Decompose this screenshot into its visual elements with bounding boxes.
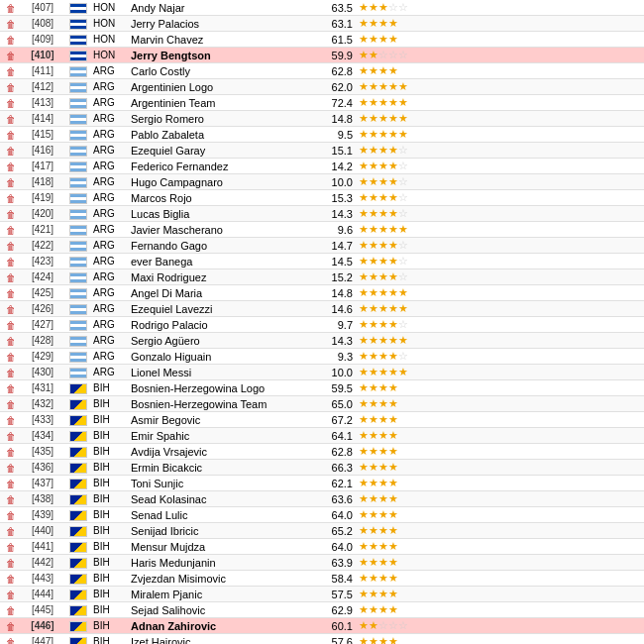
delete-button[interactable]: 🗑 (0, 636, 22, 645)
country-code: ARG (93, 303, 129, 314)
player-table: 🗑 [407] HON Andy Najar 63.5 ★★★☆☆ 🗑 [408… (0, 0, 644, 644)
delete-button[interactable]: 🗑 (0, 81, 22, 93)
delete-button[interactable]: 🗑 (0, 493, 22, 505)
delete-button[interactable]: 🗑 (0, 398, 22, 410)
delete-button[interactable]: 🗑 (0, 208, 22, 220)
flag-image (69, 288, 87, 299)
delete-button[interactable]: 🗑 (0, 224, 22, 236)
flag-image (69, 637, 87, 644)
player-name: Emir Spahic (129, 430, 317, 442)
player-name: Hugo Campagnaro (129, 176, 317, 188)
delete-button[interactable]: 🗑 (0, 462, 22, 474)
table-row: 🗑 [415] ARG Pablo Zabaleta 9.5 ★★★★★ (0, 127, 644, 143)
country-code: BIH (93, 636, 129, 644)
flag-image (69, 161, 87, 172)
delete-button[interactable]: 🗑 (0, 97, 22, 109)
delete-button[interactable]: 🗑 (0, 382, 22, 394)
delete-button[interactable]: 🗑 (0, 525, 22, 537)
delete-button[interactable]: 🗑 (0, 2, 22, 14)
delete-button[interactable]: 🗑 (0, 240, 22, 252)
delete-button[interactable]: 🗑 (0, 65, 22, 77)
row-id: [420] (22, 208, 63, 219)
country-flag (63, 603, 93, 616)
player-score: 66.3 (317, 462, 357, 474)
player-name: Ezequiel Lavezzi (129, 303, 317, 315)
player-score: 57.5 (317, 589, 357, 600)
country-flag (63, 381, 93, 394)
delete-button[interactable]: 🗑 (0, 145, 22, 157)
player-score: 63.1 (317, 18, 357, 30)
table-row: 🗑 [412] ARG Argentinien Logo 62.0 ★★★★★ (0, 79, 644, 95)
player-name: Marvin Chavez (129, 34, 317, 46)
delete-button[interactable]: 🗑 (0, 620, 22, 632)
delete-button[interactable]: 🗑 (0, 256, 22, 268)
table-row: 🗑 [419] ARG Marcos Rojo 15.3 ★★★★☆ (0, 190, 644, 206)
row-id: [440] (22, 525, 63, 536)
flag-image (69, 510, 87, 521)
row-id: [412] (22, 81, 63, 92)
player-name: Sead Kolasinac (129, 493, 317, 505)
player-score: 72.4 (317, 97, 357, 109)
country-flag (63, 112, 93, 125)
delete-button[interactable]: 🗑 (0, 351, 22, 363)
player-score: 9.5 (317, 129, 357, 141)
player-score: 62.0 (317, 81, 357, 93)
table-row: 🗑 [444] BIH Miralem Pjanic 57.5 ★★★★ (0, 587, 644, 602)
delete-button[interactable]: 🗑 (0, 161, 22, 172)
delete-button[interactable]: 🗑 (0, 34, 22, 46)
country-code: BIH (93, 446, 129, 457)
delete-button[interactable]: 🗑 (0, 604, 22, 616)
table-row: 🗑 [428] ARG Sergio Agüero 14.3 ★★★★★ (0, 333, 644, 349)
player-score: 58.4 (317, 573, 357, 585)
flag-image (69, 209, 87, 220)
flag-image (69, 35, 87, 46)
delete-button[interactable]: 🗑 (0, 478, 22, 489)
table-row: 🗑 [421] ARG Javier Mascherano 9.6 ★★★★★ (0, 222, 644, 238)
row-id: [439] (22, 509, 63, 520)
row-id: [445] (22, 604, 63, 615)
player-score: 14.3 (317, 335, 357, 347)
table-row: 🗑 [414] ARG Sergio Romero 14.8 ★★★★★ (0, 111, 644, 127)
delete-button[interactable]: 🗑 (0, 113, 22, 125)
delete-button[interactable]: 🗑 (0, 50, 22, 61)
player-stars: ★★★★★ (357, 334, 416, 347)
player-stars: ★★☆☆☆ (357, 619, 416, 632)
delete-button[interactable]: 🗑 (0, 541, 22, 553)
country-flag (63, 635, 93, 644)
player-score: 63.9 (317, 557, 357, 569)
delete-button[interactable]: 🗑 (0, 446, 22, 458)
delete-button[interactable]: 🗑 (0, 557, 22, 569)
delete-button[interactable]: 🗑 (0, 367, 22, 378)
delete-button[interactable]: 🗑 (0, 18, 22, 30)
delete-button[interactable]: 🗑 (0, 303, 22, 315)
delete-button[interactable]: 🗑 (0, 129, 22, 141)
player-name: Sergio Romero (129, 113, 317, 125)
player-stars: ★★★★☆ (357, 350, 416, 363)
delete-button[interactable]: 🗑 (0, 414, 22, 426)
delete-button[interactable]: 🗑 (0, 287, 22, 299)
delete-button[interactable]: 🗑 (0, 271, 22, 283)
delete-button[interactable]: 🗑 (0, 509, 22, 521)
player-score: 14.3 (317, 208, 357, 220)
player-stars: ★★★★ (357, 540, 416, 553)
flag-image (69, 526, 87, 537)
country-flag (63, 239, 93, 252)
row-id: [426] (22, 303, 63, 314)
row-id: [436] (22, 462, 63, 473)
player-stars: ★★★★★ (357, 302, 416, 315)
delete-button[interactable]: 🗑 (0, 573, 22, 585)
delete-button[interactable]: 🗑 (0, 589, 22, 600)
player-name: Haris Medunjanin (129, 557, 317, 569)
delete-button[interactable]: 🗑 (0, 335, 22, 347)
player-stars: ★★★★☆ (357, 144, 416, 157)
country-code: BIH (93, 430, 129, 441)
country-flag (63, 191, 93, 204)
table-row: 🗑 [445] BIH Sejad Salihovic 62.9 ★★★★ (0, 602, 644, 618)
flag-image (69, 3, 87, 14)
delete-button[interactable]: 🗑 (0, 319, 22, 331)
delete-button[interactable]: 🗑 (0, 430, 22, 442)
row-id: [424] (22, 271, 63, 282)
delete-button[interactable]: 🗑 (0, 192, 22, 204)
delete-button[interactable]: 🗑 (0, 176, 22, 188)
trash-icon: 🗑 (6, 35, 16, 46)
